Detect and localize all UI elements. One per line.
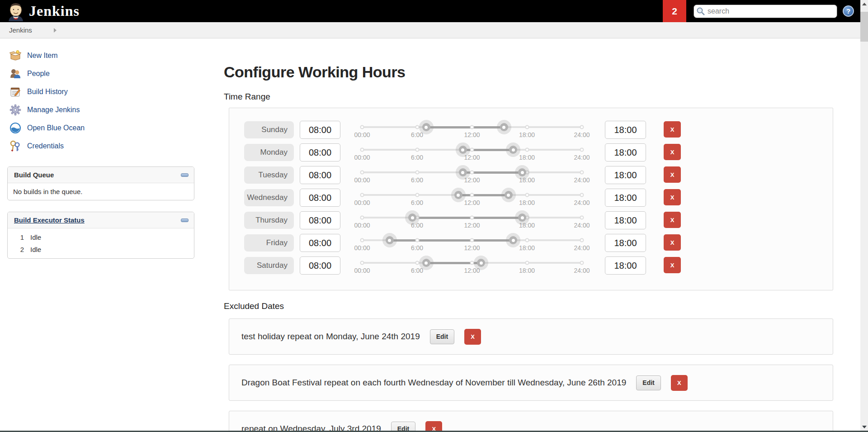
remove-day-button[interactable]: X [664,166,681,183]
sidebar-item-credentials[interactable]: Credentials [0,137,194,155]
end-time-input[interactable] [605,189,646,207]
breadcrumb-item-jenkins[interactable]: Jenkins [9,26,32,34]
slider-start-handle[interactable] [422,259,430,267]
sidebar-item-manage-jenkins[interactable]: Manage Jenkins [0,101,194,119]
slider-end-handle[interactable] [509,236,517,244]
time-slider[interactable]: 00:00 6:00 12:00 18:00 24:00 [362,211,582,232]
slider-start-handle[interactable] [454,191,462,199]
breadcrumb-chevron-icon[interactable] [54,28,57,33]
day-label: Sunday [244,121,294,138]
end-time-input[interactable] [605,256,646,275]
start-time-input[interactable] [300,256,340,275]
slider-tick-label: 12:00 [464,154,480,161]
build-executor-status-link[interactable]: Build Executor Status [14,216,85,224]
slider-end-handle[interactable] [500,123,508,131]
remove-day-button[interactable]: X [664,121,681,138]
slider-tick-dot [470,125,474,129]
slider-start-handle[interactable] [459,168,467,176]
end-time-input[interactable] [605,234,646,252]
sidebar-item-new-item[interactable]: New Item [0,47,194,65]
collapse-icon[interactable] [181,218,189,222]
admin-monitor-badge[interactable]: 2 [663,0,686,22]
scroll-down-arrow-icon[interactable] [860,423,868,431]
remove-day-button[interactable]: X [664,212,681,228]
slider-selected-range[interactable] [458,194,509,196]
brand-title: Jenkins [29,3,80,19]
slider-selected-range[interactable] [426,126,504,128]
excluded-date-row: Dragon Boat Festival repeat on each four… [229,365,833,401]
sidebar-item-open-blue-ocean[interactable]: Open Blue Ocean [0,119,194,137]
slider-tick-label: 12:00 [464,199,480,206]
slider-selected-range[interactable] [390,239,513,242]
executor-status: Idle [30,233,41,241]
executor-row: 2 Idle [8,243,194,256]
slider-tick-label: 18:00 [519,267,535,274]
help-icon[interactable]: ? [843,5,854,17]
end-time-input[interactable] [605,143,646,161]
vertical-scrollbar[interactable] [860,0,868,431]
remove-excluded-date-button[interactable]: X [464,329,481,345]
jenkins-home-link[interactable]: Jenkins [7,1,80,21]
slider-start-handle[interactable] [459,146,467,154]
time-range-row: Sunday 00:00 6:00 12:00 18:00 24:00 X [229,120,833,143]
scrollbar-thumb[interactable] [860,12,868,42]
start-time-input[interactable] [300,189,340,207]
slider-start-handle[interactable] [386,236,394,244]
slider-tick-label: 6:00 [411,199,423,206]
breadcrumb: Jenkins [0,22,868,38]
slider-end-handle[interactable] [518,168,526,176]
start-time-input[interactable] [300,234,340,252]
start-time-input[interactable] [300,211,340,229]
edit-excluded-date-button[interactable]: Edit [430,329,454,344]
time-slider[interactable]: 00:00 6:00 12:00 18:00 24:00 [362,188,582,209]
slider-end-handle[interactable] [505,191,513,199]
remove-day-button[interactable]: X [664,234,681,251]
sidebar-item-people[interactable]: People [0,65,194,83]
end-time-input[interactable] [605,121,646,139]
slider-end-handle[interactable] [477,259,485,267]
time-slider[interactable]: 00:00 6:00 12:00 18:00 24:00 [362,233,582,254]
slider-start-handle[interactable] [408,214,416,222]
remove-day-button[interactable]: X [664,189,681,205]
day-label: Saturday [244,257,294,274]
day-label: Friday [244,234,294,252]
edit-excluded-date-button[interactable]: Edit [636,375,660,390]
end-time-input[interactable] [605,166,646,184]
slider-tick-label: 12:00 [464,244,480,252]
time-slider[interactable]: 00:00 6:00 12:00 18:00 24:00 [362,166,582,186]
build-queue-title: Build Queue [14,171,54,179]
slider-tick-dot [360,193,364,197]
slider-tick-label: 6:00 [411,267,423,274]
slider-tick-dot [580,216,584,220]
slider-tick-label: 6:00 [411,176,423,184]
slider-start-handle[interactable] [422,123,430,131]
start-time-input[interactable] [300,143,340,161]
slider-end-handle[interactable] [518,214,526,222]
time-range-row: Friday 00:00 6:00 12:00 18:00 24:00 X [229,233,833,256]
scroll-up-arrow-icon[interactable] [860,0,868,8]
slider-tick-label: 6:00 [411,154,423,161]
slider-tick-label: 24:00 [574,176,590,184]
remove-day-button[interactable]: X [664,144,681,160]
collapse-icon[interactable] [181,173,189,177]
slider-tick-dot [580,125,584,129]
start-time-input[interactable] [300,166,340,184]
gear-icon [9,104,22,116]
search-input[interactable] [693,5,837,18]
time-slider[interactable]: 00:00 6:00 12:00 18:00 24:00 [362,120,582,141]
slider-tick-label: 00:00 [354,199,370,206]
sidebar-item-build-history[interactable]: Build History [0,83,194,101]
slider-tick-label: 18:00 [519,154,535,161]
slider-selected-range[interactable] [412,217,522,219]
remove-day-button[interactable]: X [664,257,681,273]
slider-tick-label: 24:00 [574,154,590,161]
time-slider[interactable]: 00:00 6:00 12:00 18:00 24:00 [362,256,582,277]
remove-excluded-date-button[interactable]: X [671,375,688,391]
slider-tick-label: 24:00 [574,199,590,206]
time-slider[interactable]: 00:00 6:00 12:00 18:00 24:00 [362,143,582,164]
end-time-input[interactable] [605,211,646,229]
start-time-input[interactable] [300,121,340,139]
slider-tick-dot [470,261,474,265]
slider-end-handle[interactable] [509,146,517,154]
excluded-dates-label: Excluded Dates [224,301,833,311]
